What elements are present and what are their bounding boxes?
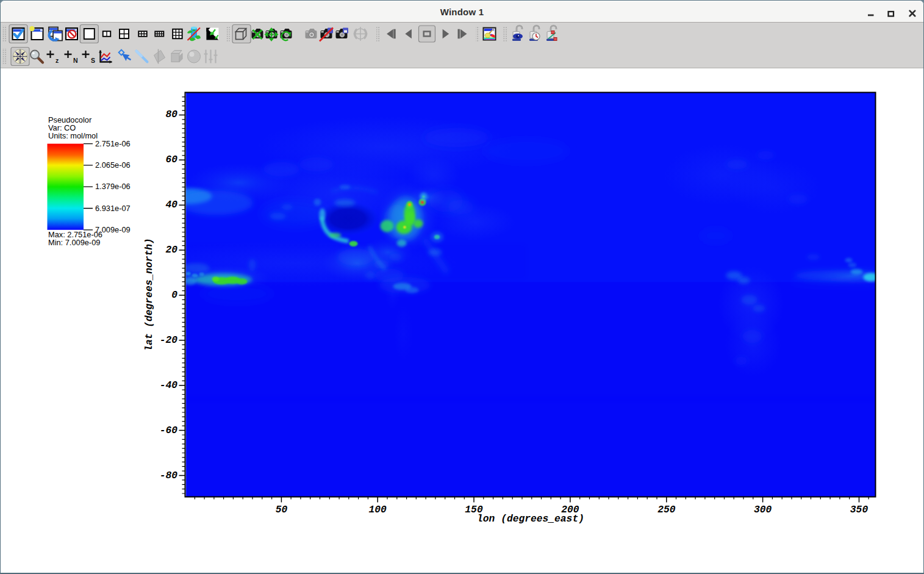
- svg-text:40: 40: [165, 199, 177, 210]
- svg-text:80: 80: [165, 109, 177, 120]
- svg-text:200: 200: [561, 504, 579, 515]
- svg-text:0: 0: [171, 289, 177, 301]
- svg-text:20: 20: [165, 244, 177, 256]
- svg-text:300: 300: [754, 504, 772, 515]
- svg-text:60: 60: [165, 154, 177, 165]
- svg-text:6.931e-07: 6.931e-07: [95, 204, 131, 213]
- svg-text:-60: -60: [160, 425, 178, 436]
- svg-text:100: 100: [369, 504, 387, 515]
- svg-text:Min: 7.009e-09: Min: 7.009e-09: [48, 238, 100, 247]
- svg-text:lat (degrees_north): lat (degrees_north): [143, 238, 155, 351]
- svg-text:1.379e-06: 1.379e-06: [95, 182, 131, 191]
- svg-text:N: N: [73, 57, 78, 64]
- svg-text:250: 250: [657, 504, 676, 515]
- svg-text:-40: -40: [160, 379, 178, 391]
- svg-text:z: z: [56, 57, 59, 64]
- svg-text:2.751e-06: 2.751e-06: [95, 139, 131, 148]
- svg-text:7.009e-09: 7.009e-09: [95, 225, 131, 234]
- svg-text:150: 150: [465, 504, 483, 515]
- svg-text:350: 350: [850, 504, 868, 515]
- svg-text:2.065e-06: 2.065e-06: [95, 160, 131, 170]
- svg-text:Units: mol/mol: Units: mol/mol: [48, 131, 98, 140]
- svg-text:50: 50: [276, 504, 288, 515]
- svg-text:-20: -20: [160, 334, 178, 346]
- svg-text:S: S: [91, 57, 95, 64]
- svg-text:-80: -80: [160, 470, 178, 481]
